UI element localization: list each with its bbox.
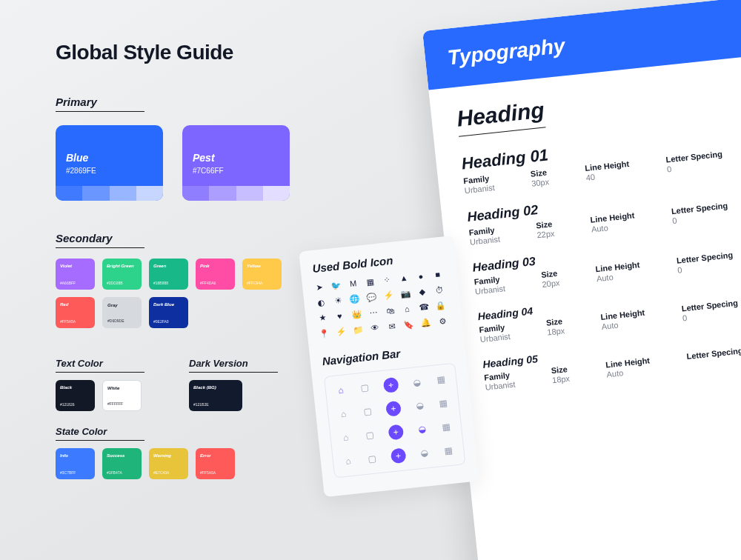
dark-version-swatches: Black (BG)#121B2E: [189, 380, 278, 411]
star-icon: ★: [317, 312, 328, 323]
size-value: 18px: [552, 374, 571, 384]
primary-swatch: Pest#7C66FF: [182, 125, 290, 201]
chip-hex: #FFC94A: [247, 281, 262, 285]
text-color-swatches: Black#121826White#FFFFFF: [56, 380, 144, 411]
size-value: 30px: [531, 177, 550, 187]
square-icon: ■: [432, 269, 443, 280]
clock-icon: ⏱: [433, 284, 445, 296]
color-chip: Bright Green#2DD28B: [102, 259, 142, 290]
discord-icon: ◐: [316, 296, 327, 307]
typography-rows: Heading 01 FamilyUrbanist Size30px Line …: [461, 119, 741, 391]
chip-name: Black: [60, 385, 72, 390]
twitter-icon: 🐦: [330, 279, 342, 290]
navigation-bar-examples: ⌂ ▢ + ◒ ▦ ⌂ ▢ + ◒ ▦ ⌂ ▢ + ◒ ▦ ⌂ ▢ + ◒ ▦: [324, 363, 465, 479]
chip-hex: #D6D9DE: [107, 319, 124, 323]
chip-hex: #0E2FA0: [153, 319, 169, 324]
photo-icon: ▢: [359, 382, 370, 393]
chip-hex: #2DD28B: [107, 281, 123, 285]
page-title: Global Style Guide: [56, 41, 345, 64]
size-value: 22px: [536, 229, 555, 239]
chip-name: Green: [153, 264, 166, 268]
chip-hex: #1FB47A: [107, 470, 122, 475]
sun-icon: ☀: [333, 295, 344, 306]
send-icon: ➤: [314, 281, 325, 293]
chip-hex: #3C7BFF: [60, 470, 76, 475]
triangle-icon: ▲: [398, 273, 409, 284]
dark-version-label: Dark Version: [189, 358, 278, 373]
bell-icon: 🔔: [420, 317, 431, 328]
text-color-group: Text Color Black#121826White#FFFFFF: [56, 344, 144, 411]
chip-hex: #FF4DA6: [200, 281, 216, 285]
size-value: 18px: [547, 326, 565, 336]
chip-hex: #FF5A5A: [60, 319, 76, 324]
text-color-label: Text Color: [56, 358, 144, 373]
heading-section-label: Heading: [456, 97, 546, 136]
crown-icon: 👑: [350, 309, 362, 320]
swatch-name: Pest: [193, 152, 290, 164]
grid-icon: ▦: [438, 398, 449, 409]
bag-icon: 🛍: [385, 305, 396, 316]
color-chip: Yellow#FFC94A: [242, 259, 282, 290]
globe-icon: 🌐: [349, 293, 360, 304]
letter-m-icon: M: [348, 278, 359, 289]
chip-name: Success: [107, 453, 124, 458]
chip-hex: #FFFFFF: [107, 401, 123, 406]
home-icon: ⌂: [336, 384, 347, 396]
add-button[interactable]: +: [391, 447, 407, 464]
color-chip: Info#3C7BFF: [56, 448, 95, 479]
chip-name: Black (BG): [193, 385, 216, 390]
size-value: 20px: [542, 279, 560, 289]
color-chip: Gray#D6D9DE: [102, 297, 142, 328]
home-icon: ⌂: [340, 432, 351, 443]
color-chip: Green#18B888: [149, 259, 188, 290]
dark-version-group: Dark Version Black (BG)#121B2E: [189, 344, 278, 411]
state-color-label: State Color: [56, 426, 144, 441]
chip-hex: #E7C43A: [153, 470, 169, 475]
primary-section-label: Primary: [56, 96, 144, 112]
circle-icon: ●: [415, 270, 426, 281]
grid-icon: ▦: [442, 445, 453, 456]
bolt-icon: ⚡: [336, 326, 347, 337]
grid-icon: ▦: [435, 374, 446, 385]
eye-icon: 👁: [369, 322, 380, 333]
color-chip: Red#FF5A5A: [56, 297, 95, 328]
color-chip: White#FFFFFF: [102, 380, 142, 411]
photo-icon: ▢: [364, 430, 375, 441]
add-button[interactable]: +: [383, 377, 399, 393]
chip-name: Error: [200, 453, 211, 458]
home-icon: ⌂: [338, 408, 349, 419]
phone-icon: ☎: [418, 301, 429, 313]
gear-icon: ⚙: [436, 315, 448, 326]
chip-name: Yellow: [247, 264, 261, 268]
more-icon: ⋯: [368, 307, 379, 318]
color-chip: Warning#E7C43A: [149, 448, 188, 479]
storm-icon: ⚡: [383, 290, 394, 301]
color-chip: Black (BG)#121B2E: [189, 380, 242, 411]
chip-name: Bright Green: [107, 264, 134, 268]
swatch-hex: #7C66FF: [193, 167, 290, 175]
add-button[interactable]: +: [385, 401, 402, 417]
add-button[interactable]: +: [388, 424, 404, 441]
color-chip: Black#121826: [56, 380, 95, 411]
heart-icon: ♥: [334, 310, 345, 321]
color-chip: Success#1FB47A: [102, 448, 142, 479]
home-icon: ⌂: [402, 303, 413, 314]
user-icon: ◒: [411, 376, 422, 387]
secondary-section-label: Secondary: [56, 232, 144, 248]
bookmark-icon: 🔖: [403, 319, 414, 330]
secondary-swatches: Violet#A66BFFBright Green#2DD28BGreen#18…: [56, 259, 300, 328]
color-chip: Dark Blue#0E2FA0: [149, 297, 188, 328]
swatch-hex: #2869FE: [66, 167, 163, 175]
folder-icon: 📁: [353, 324, 364, 335]
user-icon: ◒: [413, 400, 425, 411]
mail-icon: ✉: [386, 321, 397, 332]
state-color-swatches: Info#3C7BFFSuccess#1FB47AWarning#E7C43AE…: [56, 448, 345, 479]
chat-icon: 💬: [366, 291, 377, 302]
color-chip: Pink#FF4DA6: [196, 259, 235, 290]
chip-name: Dark Blue: [153, 302, 174, 307]
chip-hex: #FF5A5A: [200, 470, 216, 475]
photo-icon: ▢: [367, 453, 378, 464]
user-icon: ◒: [416, 424, 428, 435]
primary-swatch: Blue#2869FE: [56, 125, 163, 201]
grid-icon: ▦: [440, 421, 451, 433]
